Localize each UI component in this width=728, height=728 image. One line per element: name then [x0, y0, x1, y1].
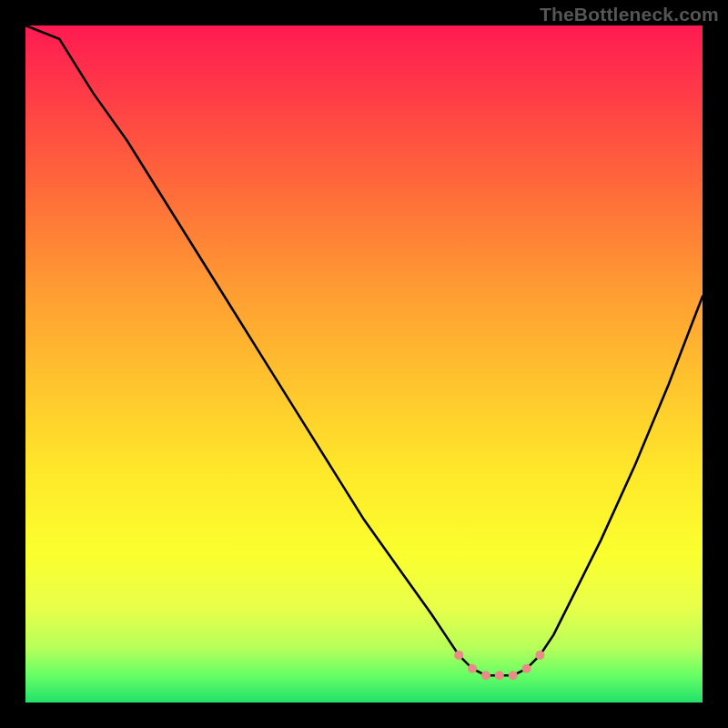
trough-min	[495, 671, 504, 680]
trough-markers	[454, 651, 544, 680]
trough-a	[468, 664, 477, 673]
trough-b	[481, 671, 490, 680]
bottleneck-curve-path	[25, 25, 703, 675]
chart-svg	[25, 25, 703, 703]
trough-c	[509, 671, 518, 680]
watermark-text: TheBottleneck.com	[540, 4, 719, 25]
trough-d	[522, 664, 531, 673]
trough-right	[535, 651, 544, 660]
trough-left	[454, 651, 463, 660]
chart-plot-area	[25, 25, 703, 703]
